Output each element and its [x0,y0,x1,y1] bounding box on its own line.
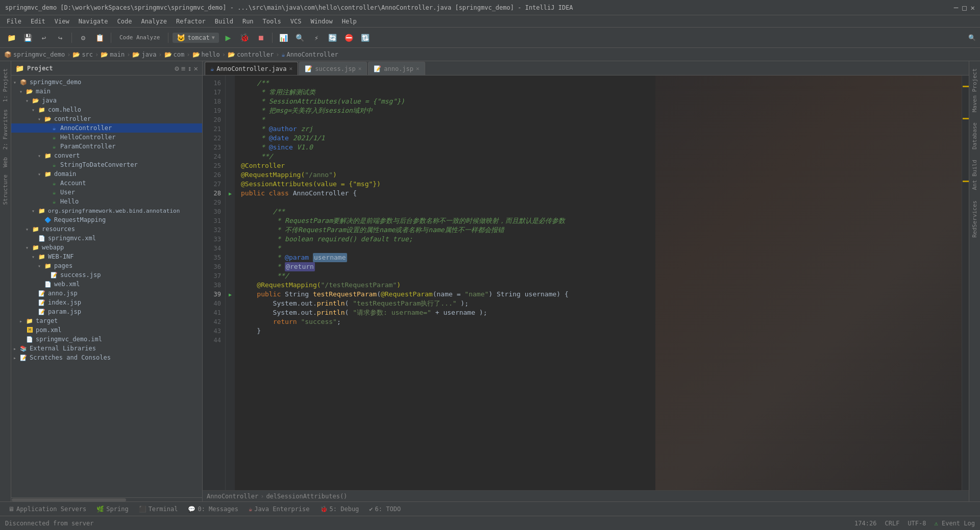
tree-param-jsp[interactable]: 📝 param.jsp [11,307,202,316]
breadcrumb-item-hello[interactable]: 📂 hello [192,51,220,58]
breadcrumb-item-java[interactable]: 📂 java [132,51,156,58]
maximize-button[interactable]: □ [962,4,966,12]
tree-anno-jsp[interactable]: 📝 anno.jsp [11,289,202,298]
tab-terminal[interactable]: ⬛ Terminal [135,504,182,514]
tree-scratches[interactable]: ▸ 📝 Scratches and Consoles [11,353,202,362]
tab-debug[interactable]: 🐞 5: Debug [316,504,363,514]
tree-springmvc-xml[interactable]: 📄 springmvc.xml [11,234,202,243]
tree-web-xml[interactable]: 📄 web.xml [11,280,202,289]
code-area[interactable]: /** * 常用注解测试类 * SessionAttributes(value … [235,75,962,490]
close-tab-anno[interactable]: ✕ [289,65,293,72]
tree-springmvc-demo[interactable]: ▾ 📦 springmvc_demo [11,78,202,87]
tree-webinf[interactable]: ▾ 📁 WEB-INF [11,252,202,261]
toolbar-btn-3[interactable]: ↩ [37,31,51,45]
tab-web[interactable]: Web [1,154,10,170]
tree-param-controller[interactable]: ☕ ParamController [11,142,202,151]
menu-vcs[interactable]: VCS [286,17,306,26]
tree-iml[interactable]: 📄 springmvc_demo.iml [11,335,202,344]
tab-project[interactable]: 1: Project [1,65,10,105]
tab-red-services[interactable]: RedServices [970,197,979,241]
toolbar-btn-6[interactable]: 📋 [92,31,107,45]
close-tab-annojsp[interactable]: ✕ [416,65,420,72]
debug-button[interactable]: 🐞 [237,31,252,45]
code-analyze-button[interactable]: Code Analyze [115,31,164,45]
toolbar-btn-12[interactable]: 🔃 [358,31,373,45]
breadcrumb-item-annocontroller[interactable]: ☕ AnnoController [281,51,338,58]
tree-controller[interactable]: ▾ 📂 controller [11,114,202,123]
menu-build[interactable]: Build [211,17,237,26]
toolbar-btn-9[interactable]: ⚡ [309,31,324,45]
toolbar-btn-1[interactable]: 📁 [4,31,18,45]
tree-springframework[interactable]: ▾ 📁 org.springframework.web.bind.annotat… [11,206,202,215]
menu-edit[interactable]: Edit [27,17,50,26]
tab-anno-jsp[interactable]: 📝 anno.jsp ✕ [368,62,425,75]
toolbar-btn-7[interactable]: 📊 [277,31,291,45]
tree-string-to-date[interactable]: ☕ StringToDateConverter [11,160,202,169]
tree-convert[interactable]: ▾ 📁 convert [11,151,202,160]
tab-favorites[interactable]: 2: Favorites [1,106,10,153]
run-gutter-28[interactable]: ▶ [226,189,235,198]
toolbar-btn-11[interactable]: ⛔ [342,31,356,45]
breadcrumb-item-project[interactable]: 📦 springmvc_demo [4,51,65,58]
toolbar-btn-8[interactable]: 🔍 [293,31,307,45]
menu-code[interactable]: Code [113,17,136,26]
tree-main[interactable]: ▾ 📂 main [11,87,202,96]
tab-success-jsp[interactable]: 📝 success.jsp ✕ [299,62,367,75]
editor[interactable]: 16 17 18 19 20 21 22 23 24 25 26 27 28 2… [203,75,969,490]
run-gutter-39[interactable]: ▶ [226,290,235,299]
line-endings[interactable]: CRLF [885,520,899,527]
menu-file[interactable]: File [3,17,26,26]
toolbar-btn-10[interactable]: 🔄 [326,31,340,45]
tree-account[interactable]: ☕ Account [11,179,202,188]
file-charset[interactable]: UTF-8 [908,520,926,527]
tree-external-libs[interactable]: ▸ 📚 External Libraries [11,344,202,353]
tree-java[interactable]: ▾ 📂 java [11,96,202,105]
menu-view[interactable]: View [51,17,74,26]
menu-help[interactable]: Help [338,17,361,26]
toolbar-btn-4[interactable]: ↪ [53,31,67,45]
project-close-icon[interactable]: ✕ [194,64,198,72]
tree-com-hello[interactable]: ▾ 📁 com.hello [11,105,202,114]
tree-webapp[interactable]: ▾ 📁 webapp [11,243,202,252]
tab-messages[interactable]: 💬 0: Messages [184,504,242,514]
menu-tools[interactable]: Tools [259,17,285,26]
tree-resources[interactable]: ▾ 📁 resources [11,224,202,234]
menu-navigate[interactable]: Navigate [75,17,112,26]
project-expand-icon[interactable]: ↕ [187,64,191,72]
tree-request-mapping[interactable]: 🔷 RequestMapping [11,215,202,224]
event-log-button[interactable]: ⚠ Event Log [935,520,975,527]
minimize-button[interactable]: ─ [954,4,958,12]
tomcat-config-button[interactable]: 🐱 tomcat ▼ [173,33,218,43]
bottom-bc-method[interactable]: delSessionAttributes() [266,493,347,500]
menu-refactor[interactable]: Refactor [172,17,210,26]
tree-pom-xml[interactable]: 🅼 pom.xml [11,325,202,335]
search-icon[interactable]: 🔍 [968,34,976,41]
project-layout-icon[interactable]: ≡ [181,64,185,72]
tree-hello-class[interactable]: ☕ Hello [11,197,202,206]
breadcrumb-item-controller[interactable]: 📂 controller [228,51,274,58]
tree-hello-controller[interactable]: ☕ HelloController [11,133,202,142]
tab-java-enterprise[interactable]: ☕ Java Enterprise [244,504,314,514]
toolbar-btn-2[interactable]: 💾 [20,31,35,45]
tree-success-jsp[interactable]: 📝 success.jsp [11,270,202,280]
tab-database[interactable]: Database [970,119,979,153]
project-settings-icon[interactable]: ⚙ [175,64,179,72]
breadcrumb-item-com[interactable]: 📂 com [164,51,185,58]
tab-anno-controller[interactable]: ☕ AnnoController.java ✕ [205,62,298,75]
close-button[interactable]: ✕ [971,4,975,12]
cursor-position[interactable]: 174:26 [854,520,876,527]
menu-run[interactable]: Run [238,17,258,26]
tree-index-jsp[interactable]: 📝 index.jsp [11,298,202,307]
tab-todo[interactable]: ✔ 6: TODO [365,504,405,514]
toolbar-btn-5[interactable]: ⚙ [76,31,90,45]
tree-domain[interactable]: ▾ 📁 domain [11,169,202,179]
run-button[interactable]: ▶ [221,31,235,45]
tab-spring[interactable]: 🌿 Spring [92,504,132,514]
stop-button[interactable]: ⏹ [254,31,268,45]
breadcrumb-item-main[interactable]: 📂 main [101,51,125,58]
menu-analyze[interactable]: Analyze [137,17,171,26]
tree-user[interactable]: ☕ User [11,188,202,197]
breadcrumb-item-src[interactable]: 📂 src [72,51,93,58]
tab-ant-build[interactable]: Ant Build [970,157,979,193]
tree-target[interactable]: ▸ 📁 target [11,316,202,325]
